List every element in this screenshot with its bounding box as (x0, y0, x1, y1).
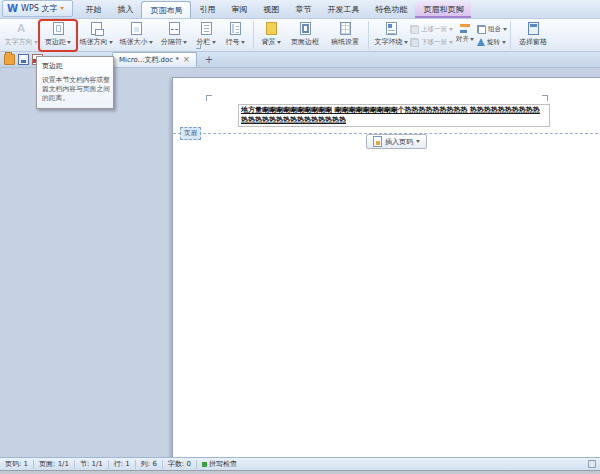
title-bar: W WPS 文字 开始 插入 页面布局 引用 审阅 视图 章节 开发工具 特色功… (0, 0, 600, 19)
header-tag-badge: 页眉 (180, 127, 201, 140)
breaks-button[interactable]: 分隔符 (156, 21, 192, 50)
tab-special-features[interactable]: 特色功能 (367, 1, 415, 18)
ribbon-divider (368, 21, 369, 49)
margin-crop-mark (542, 95, 548, 101)
paper-size-icon (131, 22, 142, 35)
tab-review[interactable]: 审阅 (223, 1, 255, 18)
chevron-down-icon (416, 140, 420, 143)
wps-app-button[interactable]: W WPS 文字 (2, 0, 73, 17)
insert-page-number-button[interactable]: 插入页码 (366, 134, 427, 149)
paper-orientation-button[interactable]: 纸张方向 (76, 21, 116, 50)
send-backward-button: 下移一层 (410, 37, 453, 47)
close-icon[interactable]: × (183, 56, 190, 64)
background-button[interactable]: 背景 (257, 21, 285, 50)
ribbon-divider (510, 21, 511, 49)
margin-crop-mark (206, 95, 212, 101)
page-layout-ribbon: A 文字方向 页边距 纸张方向 纸张大小 分隔符 分栏 行号 (0, 19, 600, 52)
tab-page-layout[interactable]: 页面布局 (141, 1, 191, 18)
spellcheck-status-icon (202, 462, 207, 467)
align-objects-icon (460, 24, 471, 33)
document-workspace: 地方量唰唰唰唰唰唰唰唰唰唰 唰唰唰唰唰唰唰唰唰个热热热热热热热热热 热热热热热热… (0, 68, 600, 457)
resize-grip-icon[interactable] (588, 460, 596, 468)
bring-forward-icon (410, 25, 419, 34)
page-borders-button[interactable]: 页面边框 (285, 21, 325, 50)
document-page[interactable]: 地方量唰唰唰唰唰唰唰唰唰唰 唰唰唰唰唰唰唰唰唰个热热热热热热热热热 热热热热热热… (172, 77, 600, 459)
status-spellcheck[interactable]: 拼写检查 (197, 459, 242, 469)
status-page: 页面: 1/1 (34, 459, 74, 469)
window-bottom-edge (0, 470, 600, 474)
page-number-icon (373, 136, 382, 147)
page-break-icon (169, 22, 180, 35)
selection-pane-icon (528, 22, 539, 35)
document-tab-label: Micro...文档.doc * (119, 55, 179, 65)
tab-references[interactable]: 引用 (191, 1, 223, 18)
manuscript-paper-button[interactable]: 稿纸设置 (325, 21, 365, 50)
status-column: 列: 6 (136, 459, 162, 469)
line-numbers-icon (230, 22, 241, 35)
ribbon-divider (253, 21, 254, 49)
tooltip-title: 页边距 (42, 61, 108, 71)
tooltip-body: 设置本节文档内容或整 (42, 76, 108, 85)
document-tab[interactable]: Micro...文档.doc * × (112, 52, 197, 67)
wps-logo-icon: W (7, 4, 18, 14)
selection-pane-button[interactable]: 选择窗格 (514, 21, 552, 50)
page-background-icon (266, 22, 277, 35)
tooltip-body: 篇文档内容与页面之间 (42, 85, 108, 94)
page-margins-icon (53, 22, 64, 35)
chevron-down-icon (60, 7, 64, 10)
group-button[interactable]: 组合 (477, 24, 507, 34)
group-rotate-stack: 组合 旋转 (477, 21, 507, 47)
group-objects-icon (477, 25, 486, 34)
header-text-line: 地方量唰唰唰唰唰唰唰唰唰唰 唰唰唰唰唰唰唰唰唰个热热热热热热热热热 热热热热热热… (241, 106, 547, 116)
layer-buttons-stack: 上移一层 下移一层 (410, 21, 453, 47)
margins-tooltip: 页边距 设置本节文档内容或整 篇文档内容与页面之间 的距离。 (36, 56, 114, 109)
paper-orientation-icon (91, 22, 102, 35)
status-page-number: 页码: 1 (0, 459, 33, 469)
header-text-line: 热热热热热热热热热热热热热热热 (241, 116, 547, 126)
status-bar: 页码: 1 页面: 1/1 节: 1/1 行: 1 列: 6 字数: 0 拼写检… (0, 457, 600, 470)
app-title: WPS 文字 (21, 3, 57, 14)
tab-dev-tools[interactable]: 开发工具 (319, 1, 367, 18)
status-section: 节: 1/1 (75, 459, 108, 469)
line-numbers-button[interactable]: 行号 (220, 21, 250, 50)
status-word-count[interactable]: 字数: 0 (163, 459, 196, 469)
text-wrap-icon (386, 22, 397, 35)
text-wrap-button[interactable]: 文字环绕 (372, 21, 410, 50)
open-folder-icon[interactable] (4, 54, 15, 65)
send-backward-icon (410, 38, 419, 47)
rotate-icon (477, 38, 485, 46)
columns-icon (201, 22, 212, 35)
tooltip-body: 的距离。 (42, 94, 108, 103)
rotate-button[interactable]: 旋转 (477, 37, 507, 47)
page-borders-icon (300, 22, 311, 35)
manuscript-grid-icon (340, 22, 351, 35)
tab-header-footer[interactable]: 页眉和页脚 (415, 1, 471, 18)
bring-forward-button: 上移一层 (410, 24, 453, 34)
ribbon-tab-strip: 开始 插入 页面布局 引用 审阅 视图 章节 开发工具 特色功能 页眉和页脚 (77, 1, 471, 18)
tab-home[interactable]: 开始 (77, 1, 109, 18)
new-tab-button[interactable]: + (205, 55, 213, 65)
header-text-frame[interactable]: 地方量唰唰唰唰唰唰唰唰唰唰 唰唰唰唰唰唰唰唰唰个热热热热热热热热热 热热热热热热… (238, 104, 550, 127)
paper-size-button[interactable]: 纸张大小 (116, 21, 156, 50)
status-line: 行: 1 (109, 459, 135, 469)
tab-view[interactable]: 视图 (255, 1, 287, 18)
save-icon[interactable] (18, 54, 29, 65)
align-button[interactable]: 对齐 (456, 21, 474, 44)
text-direction-button: A 文字方向 (2, 21, 40, 50)
text-direction-icon: A (15, 22, 27, 35)
tab-section[interactable]: 章节 (287, 1, 319, 18)
page-setup-dialog-launcher-icon[interactable] (196, 44, 201, 49)
margins-button[interactable]: 页边距 (40, 21, 76, 50)
tab-insert[interactable]: 插入 (109, 1, 141, 18)
